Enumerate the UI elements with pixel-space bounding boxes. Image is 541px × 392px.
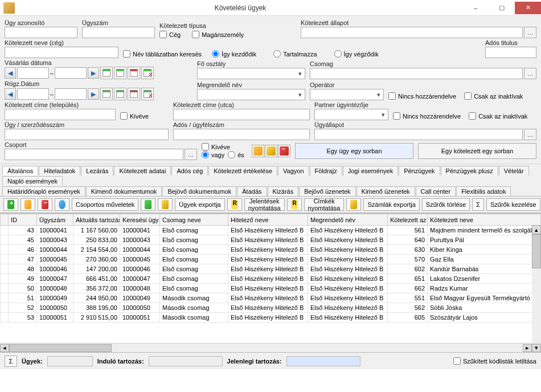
vagy-radio[interactable]: vagy <box>202 151 224 158</box>
tab-napló-események[interactable]: Napló események <box>2 176 63 186</box>
vasarlas-from-input[interactable] <box>17 67 49 79</box>
tab-pénzügyek-plusz[interactable]: Pénzügyek plusz <box>441 166 498 175</box>
tab-lezárás[interactable]: Lezárás <box>81 166 113 175</box>
ugy-szerzodeszam-input[interactable] <box>5 129 169 140</box>
flag-button[interactable] <box>141 198 155 211</box>
scroll-left-button[interactable]: ◂ <box>0 344 9 352</box>
table-row[interactable]: 4710000045270 360,0010000045Első csomagE… <box>1 255 541 264</box>
szurok-kezelese-button[interactable]: Szűrők kezelése <box>486 198 540 211</box>
edit-csoport-button[interactable] <box>252 145 264 157</box>
data-grid[interactable]: IDÜgyszámAktuális tartozásKeresési ügyCs… <box>0 213 541 343</box>
cal3-button[interactable] <box>128 67 140 79</box>
kotelezett-allapot-input[interactable] <box>301 27 523 38</box>
csoport-input[interactable] <box>5 149 183 160</box>
tab-hiteladatok[interactable]: Hiteladatok <box>39 166 80 175</box>
tab-bejövő-dokumentumok[interactable]: Bejövő dokumentumok <box>162 186 236 196</box>
cal1-button[interactable] <box>100 67 113 79</box>
szurok-torlese-button[interactable]: Szűrők törlése <box>422 198 470 211</box>
csoport-kiveve-checkbox[interactable]: Kivéve <box>202 143 247 150</box>
tab-vagyon[interactable]: Vagyon <box>278 166 309 175</box>
tab-bejövő-üzenetek[interactable]: Bejövő üzenetek <box>299 186 355 196</box>
ados-titulus-input[interactable] <box>485 47 536 58</box>
ugy-azonosito-input[interactable] <box>5 27 77 38</box>
tab-kötelezett-adatai[interactable]: Kötelezett adatai <box>114 166 171 175</box>
r1-button[interactable] <box>227 198 242 211</box>
szamlak-export-button[interactable]: Számlák exportja <box>363 198 419 211</box>
cimkek-button[interactable]: Címkék nyomtatása <box>304 198 345 211</box>
tab-call-center[interactable]: Call center <box>416 186 456 196</box>
sigma-button[interactable]: Σ <box>472 198 484 211</box>
kotelezett-cime-utca-input[interactable] <box>173 109 310 120</box>
scroll-down-button[interactable]: ▾ <box>532 344 541 352</box>
szukitett-checkbox[interactable]: Szűkített kódlisták letiltása <box>453 357 536 365</box>
column-header[interactable]: Ügyszám <box>37 214 73 226</box>
tab-kimenő-dokumentumok[interactable]: Kimenő dokumentumok <box>86 186 162 196</box>
vertical-scrollbar[interactable]: ▴ <box>532 225 541 343</box>
table-row[interactable]: 46100000442 154 554,0010000044Első csoma… <box>1 245 541 255</box>
table-row[interactable]: 4510000043250 833,0010000043Első csomagE… <box>1 235 541 245</box>
column-header[interactable]: Aktuális tartozás <box>73 214 120 226</box>
table-row[interactable]: 4810000046147 200,0010000046Első csomagE… <box>1 264 541 274</box>
ugyallapot-lookup[interactable]: … <box>524 129 536 140</box>
box-button[interactable] <box>158 198 173 211</box>
tab-vételár[interactable]: Vételár <box>499 166 529 175</box>
kotelezett-cime-telep-input[interactable] <box>5 109 116 120</box>
cal2-button[interactable] <box>114 67 126 79</box>
ados-ugyfelszam-input[interactable] <box>173 129 310 140</box>
scroll-thumb[interactable] <box>532 234 541 268</box>
cal2-2-button[interactable] <box>114 88 126 100</box>
delete-button[interactable] <box>38 198 52 211</box>
megrendelo-nev-select[interactable]: ▾ <box>197 89 305 100</box>
ugyallapot-input[interactable] <box>314 129 523 140</box>
vasarlas-to-input[interactable] <box>55 67 87 79</box>
es-radio[interactable]: és <box>228 151 244 158</box>
csomag-input[interactable] <box>310 68 523 79</box>
add-button[interactable] <box>3 198 18 211</box>
date-prev-button[interactable]: ◀ <box>5 67 16 79</box>
maganszemely-checkbox[interactable]: Magánszemély <box>192 31 244 38</box>
nincs-hozzarendelve-checkbox[interactable]: Nincs hozzárendelve <box>388 92 456 100</box>
del-csoport-button[interactable] <box>278 145 290 157</box>
operator-select[interactable]: ▾ <box>310 89 384 100</box>
table-row[interactable]: 53100000512 910 515,0010000051Második cs… <box>1 313 541 322</box>
date2-next-button[interactable]: ▶ <box>88 88 99 100</box>
jelentesek-button[interactable]: Jelentések nyomtatása <box>244 198 285 211</box>
ceg-checkbox[interactable]: Cég <box>159 31 181 38</box>
csomag-lookup[interactable]: … <box>524 68 536 79</box>
close-button[interactable]: ✕ <box>515 2 541 14</box>
nev-tablazatban-checkbox[interactable]: Név táblázatban keresés <box>123 50 202 58</box>
kotelezett-neve-input[interactable] <box>5 47 118 58</box>
fo-osztaly-select[interactable]: ▾ <box>197 68 305 79</box>
refresh-button[interactable] <box>55 198 69 211</box>
partner-ugyintezo-select[interactable]: ▾ <box>314 109 388 120</box>
csoportos-button[interactable]: Csoportos műveletek <box>72 198 138 211</box>
csak-inaktivak-checkbox[interactable]: Csak az inaktívak <box>464 92 523 100</box>
table-row[interactable]: 5010000048356 372,0010000048Első csomagE… <box>1 284 541 293</box>
cal-clear-button[interactable] <box>141 67 154 79</box>
date2-prev-button[interactable]: ◀ <box>5 88 16 100</box>
tab-kötelezett-értékelése[interactable]: Kötelezett értékelése <box>208 166 277 175</box>
egy-ugy-sorban-button[interactable]: Egy ügy egy sorban <box>295 143 413 159</box>
tab-kimenő-üzenetek[interactable]: Kimenő üzenetek <box>356 186 415 196</box>
kotelezett-allapot-lookup[interactable]: … <box>524 27 536 38</box>
cal2-1-button[interactable] <box>100 88 113 100</box>
tab-flexibilis-adatok[interactable]: Flexibilis adatok <box>456 186 511 196</box>
egy-kotelezett-sorban-button[interactable]: Egy kötelezett egy sorban <box>418 143 536 159</box>
csak-inaktivak2-checkbox[interactable]: Csak az inaktívak <box>469 112 527 120</box>
column-header[interactable]: Csomag neve <box>160 214 228 226</box>
ugyszam-input[interactable] <box>82 27 155 38</box>
tab-adós-cég[interactable]: Adós cég <box>171 166 208 175</box>
hscroll-thumb[interactable] <box>9 344 112 352</box>
tab-jogi-események[interactable]: Jogi események <box>343 166 399 175</box>
r2-button[interactable] <box>287 198 302 211</box>
ugyek-export-button[interactable]: Ügyek exportja <box>175 198 224 211</box>
tab-általános[interactable]: Általános <box>2 166 38 175</box>
cal2-3-button[interactable] <box>128 88 140 100</box>
sigma-status-button[interactable]: Σ <box>5 356 17 367</box>
column-header[interactable]: Kötelezett neve <box>428 214 541 226</box>
add-csoport-button[interactable] <box>265 145 277 157</box>
table-row[interactable]: 43100000411 167 560,0010000041Első csoma… <box>1 226 541 235</box>
tab-pénzügyek[interactable]: Pénzügyek <box>399 166 440 175</box>
tab-kizárás[interactable]: Kizárás <box>268 186 299 196</box>
date-next-button[interactable]: ▶ <box>88 67 99 79</box>
